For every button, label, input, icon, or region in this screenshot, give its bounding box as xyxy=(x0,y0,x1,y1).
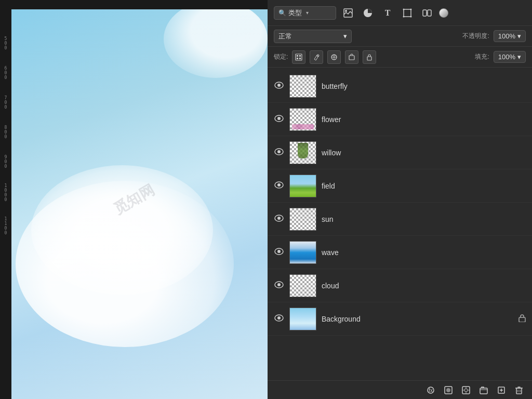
lock-row: 锁定: xyxy=(268,47,532,68)
text-btn[interactable]: T xyxy=(380,5,395,21)
transform-btn[interactable] xyxy=(400,5,415,21)
opacity-input[interactable]: 100% ▾ xyxy=(494,30,526,42)
visibility-icon-wave[interactable] xyxy=(274,248,284,257)
visibility-icon-butterfly[interactable] xyxy=(274,82,284,91)
opacity-label: 不透明度: xyxy=(462,32,489,41)
svg-point-38 xyxy=(277,316,281,320)
svg-point-30 xyxy=(277,183,281,187)
cloud-decoration-2 xyxy=(31,165,213,295)
visibility-icon-field[interactable] xyxy=(274,181,284,191)
layer-item-cloud[interactable]: cloud xyxy=(268,269,532,302)
svg-rect-9 xyxy=(428,10,431,16)
layer-item-sun[interactable]: sun xyxy=(268,203,532,236)
layer-name-sun: sun xyxy=(322,215,526,223)
layer-item-flower[interactable]: flower xyxy=(268,103,532,136)
blend-mode-label: 正常 xyxy=(278,32,292,41)
adjustment-btn[interactable] xyxy=(360,5,376,21)
thumbnail-field xyxy=(289,175,316,197)
svg-rect-13 xyxy=(297,58,298,59)
blend-mode-arrow: ▾ xyxy=(343,32,347,40)
lock-paint-btn[interactable] xyxy=(310,50,323,64)
lock-pixels-btn[interactable] xyxy=(292,50,305,64)
cloud-decoration-3 xyxy=(164,0,268,78)
thumbnail-willow xyxy=(289,141,316,164)
svg-rect-39 xyxy=(519,317,525,322)
blend-mode-select[interactable]: 正常 ▾ xyxy=(274,30,352,43)
delete-layer-btn[interactable] xyxy=(512,383,526,397)
link-btn[interactable] xyxy=(419,5,435,21)
lock-position-btn[interactable] xyxy=(327,50,341,64)
svg-point-4 xyxy=(403,8,405,10)
svg-point-36 xyxy=(277,283,281,286)
fill-value-text: 100% xyxy=(498,53,515,61)
svg-text:fx: fx xyxy=(429,388,433,393)
fill-arrow: ▾ xyxy=(517,53,521,61)
svg-rect-14 xyxy=(299,58,301,59)
svg-rect-11 xyxy=(297,55,298,57)
thumbnail-cloud xyxy=(289,274,316,297)
lock-all-btn[interactable] xyxy=(363,50,376,64)
canvas-area: 5 0 0 6 0 0 7 0 0 8 0 0 9 0 0 1 0 0 0 1 xyxy=(0,0,268,399)
text-icon: T xyxy=(385,8,391,18)
ruler-left: 5 0 0 6 0 0 7 0 0 8 0 0 9 0 0 1 0 0 0 1 xyxy=(0,0,11,399)
layer-item-wave[interactable]: wave xyxy=(268,236,532,269)
fill-label: 填充: xyxy=(475,52,489,61)
svg-rect-8 xyxy=(423,10,427,16)
visibility-icon-flower[interactable] xyxy=(274,115,284,124)
svg-point-24 xyxy=(277,84,281,87)
svg-point-34 xyxy=(277,250,281,253)
search-dropdown-arrow[interactable]: ▾ xyxy=(306,10,309,16)
thumbnail-flower xyxy=(289,108,316,131)
opacity-arrow: ▾ xyxy=(517,32,521,40)
layer-name-cloud: cloud xyxy=(322,282,526,290)
svg-point-7 xyxy=(410,16,412,17)
svg-rect-12 xyxy=(299,55,301,57)
thumbnail-butterfly xyxy=(289,75,316,98)
adjustment-layer-btn[interactable] xyxy=(459,383,473,397)
visibility-icon-sun[interactable] xyxy=(274,215,284,224)
visibility-icon-willow[interactable] xyxy=(274,148,284,157)
layer-name-butterfly: butterfly xyxy=(322,82,526,90)
visibility-icon-cloud[interactable] xyxy=(274,281,284,290)
layer-item-willow[interactable]: willow xyxy=(268,136,532,169)
svg-point-26 xyxy=(277,117,281,120)
new-layer-btn[interactable] xyxy=(495,383,508,397)
thumbnail-sun xyxy=(289,208,316,231)
layer-item-background[interactable]: Background xyxy=(268,302,532,336)
svg-rect-3 xyxy=(404,9,411,17)
svg-point-28 xyxy=(277,150,281,153)
layers-list: butterfly flower xyxy=(268,68,532,380)
ruler-top xyxy=(11,0,268,9)
toolbar-row: 🔍 类型 ▾ T xyxy=(268,0,532,26)
layer-item-butterfly[interactable]: butterfly xyxy=(268,70,532,103)
layer-name-background: Background xyxy=(322,315,513,323)
lock-icon-background xyxy=(518,314,526,324)
new-group-btn[interactable] xyxy=(477,383,490,397)
bottom-bar: fx xyxy=(268,380,532,399)
layer-item-field[interactable]: field xyxy=(268,169,532,203)
lock-artboard-btn[interactable] xyxy=(345,50,358,64)
thumbnail-background xyxy=(289,308,316,330)
layer-mask-btn[interactable] xyxy=(442,383,455,397)
search-box[interactable]: 🔍 类型 ▾ xyxy=(274,6,336,20)
svg-point-6 xyxy=(403,16,405,17)
search-icon: 🔍 xyxy=(278,9,286,17)
svg-point-5 xyxy=(410,8,412,10)
image-filter-btn[interactable] xyxy=(340,5,356,21)
search-label: 类型 xyxy=(288,8,302,18)
visibility-icon-background[interactable] xyxy=(274,314,284,324)
svg-point-1 xyxy=(345,10,347,12)
color-picker[interactable] xyxy=(439,8,448,18)
layer-name-flower: flower xyxy=(322,115,526,124)
layers-panel: 🔍 类型 ▾ T xyxy=(268,0,532,399)
lock-label: 锁定: xyxy=(274,52,288,61)
svg-rect-10 xyxy=(296,54,302,60)
layer-name-wave: wave xyxy=(322,248,526,257)
layer-effects-btn[interactable]: fx xyxy=(424,383,437,397)
thumbnail-wave xyxy=(289,241,316,264)
blend-mode-row: 正常 ▾ 不透明度: 100% ▾ xyxy=(268,26,532,47)
fill-input[interactable]: 100% ▾ xyxy=(494,51,526,63)
svg-point-43 xyxy=(446,388,450,392)
svg-rect-22 xyxy=(367,57,371,60)
opacity-value-text: 100% xyxy=(498,32,515,40)
